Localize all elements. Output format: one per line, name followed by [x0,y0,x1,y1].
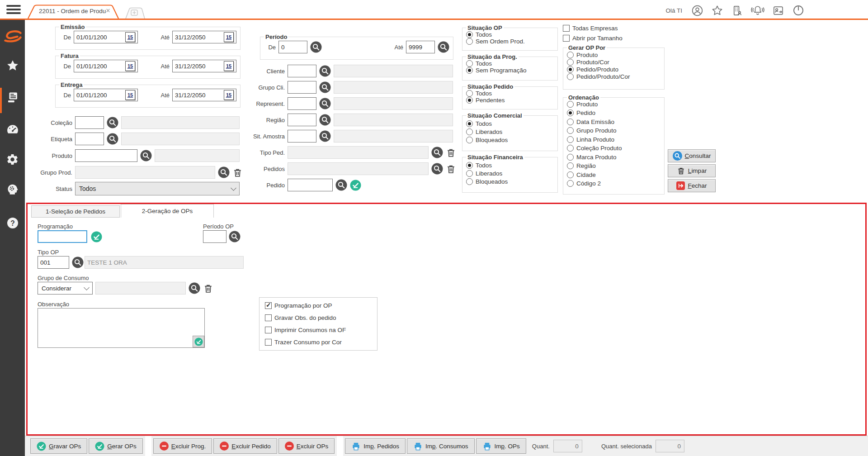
search-icon[interactable] [310,41,322,53]
sit-amostra-input[interactable] [288,130,316,142]
radio-option[interactable]: Pedido/Produto/Cor [567,73,660,80]
emissao-de-input[interactable]: 01/01/1200 [74,31,138,43]
radio-option[interactable]: Todos [466,162,554,169]
search-icon[interactable] [335,179,347,191]
search-icon[interactable] [319,65,331,77]
radio-option[interactable]: Todos [466,120,554,127]
fechar-button[interactable]: Fechar [668,179,716,192]
search-icon[interactable] [438,41,449,53]
search-icon[interactable] [189,282,200,294]
sidebar-item-help-question-icon[interactable]: ? [0,216,25,230]
search-icon[interactable] [107,117,118,128]
periodo-ate-input[interactable]: 9999 [406,41,435,53]
confirm-check-icon[interactable] [91,231,102,242]
excluir-prog-button[interactable]: Excluir Prog. [153,438,212,454]
abrir-tamanho-checkbox[interactable]: Abrir por Tamanho [563,35,623,42]
emissao-ate-input[interactable]: 31/12/2050 [172,31,236,43]
company-building-icon[interactable] [731,5,743,17]
radio-option[interactable]: Cidade [567,171,660,178]
open-window-tab[interactable]: 22011 - Ordem de Produ [26,5,122,19]
trash-icon[interactable] [446,147,456,158]
trash-icon[interactable] [232,167,243,178]
calendar-icon[interactable] [125,32,135,42]
sidebar-item-settings-gear-icon[interactable] [0,153,25,166]
colecao-input[interactable] [75,116,104,129]
radio-option[interactable]: Todos [466,90,554,97]
radio-option[interactable]: Sem Programação [466,67,554,74]
sidebar-item-favorites[interactable] [0,59,25,72]
observacao-confirm-button[interactable] [193,336,204,347]
gravar-obs-checkbox[interactable]: Gravar Obs. do pedido [265,314,372,321]
radio-option[interactable]: Marca Produto [567,154,660,161]
confirm-check-icon[interactable] [350,180,361,191]
radio-option[interactable]: Produto [567,52,660,58]
imp-consumos-button[interactable]: Imp. Consumos [407,438,475,454]
search-icon[interactable] [319,81,331,93]
radio-option[interactable]: Bloqueados [466,178,554,185]
close-icon[interactable] [105,8,111,14]
radio-option[interactable]: Produto [567,101,660,108]
periodo-de-input[interactable]: 0 [278,41,307,53]
radio-option[interactable]: Pendentes [466,97,554,104]
imp-ops-button[interactable]: Imp. OPs [476,438,526,454]
produto-input[interactable] [75,149,137,162]
calendar-icon[interactable] [125,90,135,100]
radio-option[interactable]: Pedido [567,109,660,116]
status-select[interactable]: Todos [75,182,240,195]
fatura-de-input[interactable]: 01/01/1200 [74,60,138,72]
calendar-icon[interactable] [224,90,234,100]
radio-option[interactable]: Linha Produto [567,136,660,143]
gerar-ops-button[interactable]: Gerar OPs [89,438,143,454]
hamburger-menu-icon[interactable] [6,5,21,14]
radio-option[interactable]: Código 2 [567,180,660,187]
search-icon[interactable] [107,133,118,145]
search-icon[interactable] [140,150,152,162]
power-logout-icon[interactable] [792,4,805,17]
new-tab-button[interactable] [125,7,146,19]
excluir-ops-button[interactable]: Excluir OPs [278,438,335,454]
represent-input[interactable] [288,97,316,110]
radio-option[interactable]: Liberados [466,128,554,135]
tipo-op-input[interactable]: 001 [38,256,69,269]
radio-option[interactable]: Data Emissão [567,119,660,125]
favorites-star-icon[interactable] [711,5,723,17]
radio-option[interactable]: Coleção Produto [567,145,660,152]
fatura-ate-input[interactable]: 31/12/2050 [172,60,236,72]
search-icon[interactable] [72,256,84,268]
tab-geracao-de-ops[interactable]: 2-Geração de OPs [121,204,214,218]
radio-option[interactable]: Todos [466,31,554,38]
notifications-bell-icon[interactable] [751,5,764,17]
grupo-cli-input[interactable] [288,81,316,94]
regiao-input[interactable] [288,114,316,126]
search-icon[interactable] [229,231,241,242]
cliente-input[interactable] [288,65,316,77]
radio-option[interactable]: Região [567,162,660,169]
search-icon[interactable] [218,166,230,178]
grupo-consumo-select[interactable]: Considerar [38,282,93,294]
search-icon[interactable] [319,114,331,126]
todas-empresas-checkbox[interactable]: Todas Empresas [563,25,618,32]
trash-icon[interactable] [446,164,456,174]
radio-option[interactable]: Produto/Cor [567,59,660,66]
radio-option[interactable]: Liberados [466,170,554,177]
sidebar-item-production-orders[interactable] [0,90,25,104]
imp-pedidos-button[interactable]: Imp. Pedidos [345,438,406,454]
radio-option[interactable]: Pedido/Produto [567,66,660,73]
calendar-icon[interactable] [224,32,234,42]
imprimir-consumos-checkbox[interactable]: Imprimir Consumos na OF [265,327,372,333]
calendar-icon[interactable] [125,61,135,71]
trazer-consumo-cor-checkbox[interactable]: Trazer Consumo por Cor [265,339,372,346]
search-icon[interactable] [431,163,443,175]
pedido-input[interactable] [288,179,333,191]
entrega-de-input[interactable]: 01/01/1200 [74,89,138,101]
observacao-textarea[interactable] [38,308,205,348]
radio-option[interactable]: Sem Ordem Prod. [466,38,554,45]
etiqueta-input[interactable] [75,133,104,145]
radio-option[interactable]: Bloqueados [466,137,554,143]
periodo-op-input[interactable] [203,230,226,243]
programacao-input[interactable] [38,230,87,243]
search-icon[interactable] [319,130,331,142]
user-profile-icon[interactable] [691,5,703,17]
programacao-por-op-checkbox[interactable]: Programação por OP [265,302,372,309]
consultar-button[interactable]: Consultar [668,149,716,162]
